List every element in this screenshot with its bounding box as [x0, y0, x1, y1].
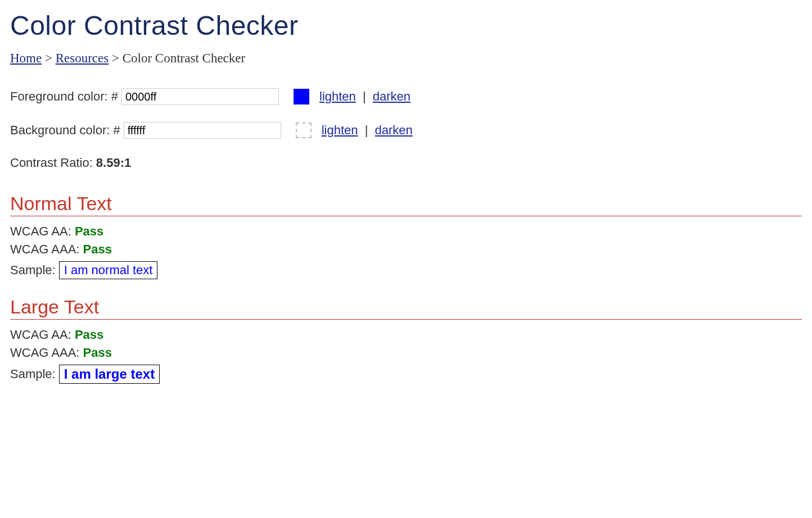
- normal-sample-label: Sample:: [10, 263, 56, 278]
- large-text-heading: Large Text: [10, 296, 802, 320]
- background-darken-link[interactable]: darken: [375, 123, 412, 137]
- normal-aaa-label: WCAG AAA:: [10, 242, 83, 256]
- large-sample-label: Sample:: [10, 367, 56, 381]
- large-aaa-line: WCAG AAA: Pass: [10, 346, 802, 360]
- background-input[interactable]: [124, 122, 281, 139]
- normal-aa-line: WCAG AA: Pass: [10, 224, 802, 239]
- contrast-ratio-value: 8.59:1: [96, 156, 131, 170]
- foreground-input[interactable]: [121, 88, 279, 105]
- large-sample-line: Sample: I am large text: [10, 365, 802, 384]
- breadcrumb-separator: >: [45, 51, 52, 65]
- background-label: Background color: #: [10, 123, 120, 138]
- large-aa-result: Pass: [75, 328, 103, 342]
- contrast-ratio-label: Contrast Ratio:: [10, 156, 96, 170]
- foreground-lighten-link[interactable]: lighten: [319, 89, 356, 103]
- normal-sample-line: Sample: I am normal text: [10, 261, 802, 279]
- foreground-row: Foreground color: # lighten | darken: [10, 88, 802, 105]
- large-aaa-label: WCAG AAA:: [10, 346, 83, 360]
- breadcrumb-resources-link[interactable]: Resources: [56, 51, 109, 65]
- normal-aaa-result: Pass: [83, 242, 112, 256]
- page-title: Color Contrast Checker: [10, 10, 802, 41]
- normal-text-heading: Normal Text: [10, 193, 802, 216]
- large-sample-box: I am large text: [59, 365, 160, 384]
- foreground-label: Foreground color: #: [10, 89, 118, 104]
- foreground-swatch[interactable]: [294, 89, 309, 104]
- breadcrumb-current: Color Contrast Checker: [123, 51, 245, 65]
- background-row: Background color: # lighten | darken: [10, 122, 802, 139]
- normal-sample-box: I am normal text: [59, 261, 158, 279]
- background-lighten-link[interactable]: lighten: [322, 123, 358, 137]
- breadcrumb: Home > Resources > Color Contrast Checke…: [10, 51, 802, 66]
- divider: |: [363, 89, 366, 103]
- background-swatch[interactable]: [296, 122, 312, 138]
- foreground-darken-link[interactable]: darken: [373, 89, 410, 103]
- normal-aa-label: WCAG AA:: [10, 224, 75, 238]
- breadcrumb-separator: >: [112, 51, 119, 65]
- breadcrumb-home-link[interactable]: Home: [10, 51, 42, 65]
- large-aa-line: WCAG AA: Pass: [10, 328, 802, 342]
- large-aaa-result: Pass: [83, 346, 112, 360]
- divider: |: [365, 123, 368, 137]
- contrast-ratio: Contrast Ratio: 8.59:1: [10, 156, 802, 170]
- normal-aa-result: Pass: [75, 224, 103, 238]
- large-aa-label: WCAG AA:: [10, 328, 75, 342]
- normal-aaa-line: WCAG AAA: Pass: [10, 242, 802, 257]
